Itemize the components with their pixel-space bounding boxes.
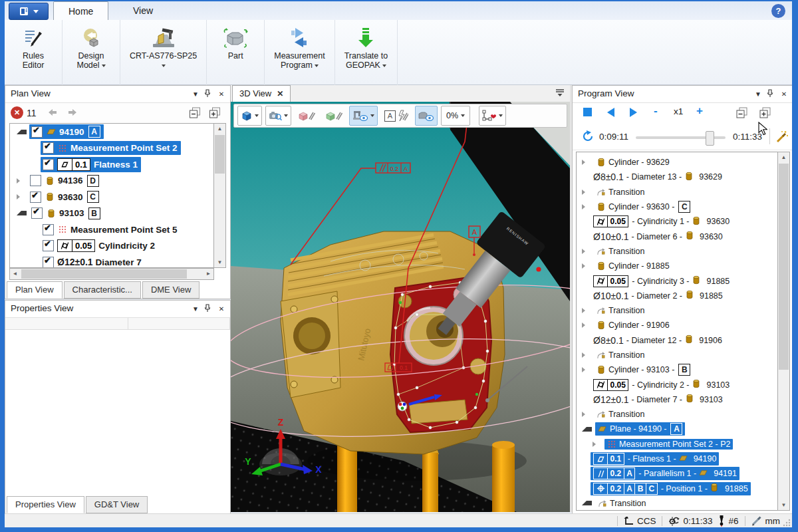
magic-wand-icon[interactable] — [775, 130, 788, 143]
row-checkbox[interactable] — [30, 175, 41, 186]
tree-expander-icon[interactable] — [17, 194, 25, 200]
tree-expander-icon[interactable] — [17, 130, 27, 134]
tab-properties-view[interactable]: Properties View — [7, 496, 84, 513]
view-capture-button[interactable] — [265, 106, 291, 126]
program-tree-row[interactable]: Cylinder - 91885 — [577, 259, 777, 273]
tab-3d-view[interactable]: 3D View ✕ — [232, 85, 291, 102]
collapse-all-icon[interactable] — [189, 107, 202, 119]
program-tree-row[interactable]: Ø10±0.1- Diameter 2 -91885 — [577, 289, 777, 303]
speed-minus-button[interactable]: - — [654, 104, 658, 118]
tree-expander-icon[interactable] — [582, 249, 591, 254]
units-indicator[interactable]: mm — [751, 516, 781, 526]
plan-tree-row[interactable]: 0.05Cylindricity 2 — [10, 238, 214, 255]
tab-plan-view[interactable]: Plan View — [7, 281, 63, 299]
tab-characteristic-[interactable]: Characteristic... — [64, 281, 141, 299]
pin-icon[interactable] — [203, 89, 214, 100]
stop-button[interactable] — [583, 108, 592, 116]
ribbon-tab-view[interactable]: View — [118, 1, 168, 20]
nav-forward-icon[interactable] — [68, 108, 77, 116]
plan-tree-row[interactable]: 93103B — [10, 205, 214, 222]
overflow-menu-icon[interactable] — [555, 88, 565, 97]
speed-plus-button[interactable]: + — [696, 104, 703, 118]
replay-icon[interactable] — [582, 130, 594, 142]
panel-menu-icon[interactable]: ▼ — [190, 89, 201, 100]
program-tree-row[interactable]: Cylinder - 93629 — [577, 155, 777, 170]
resize-grip[interactable] — [783, 519, 791, 527]
program-tree-row[interactable]: 0.05- Cylindricity 2 -93103 — [577, 377, 777, 392]
program-tree-row[interactable]: 0.2A- Parallelism 1 -94191 — [577, 466, 777, 481]
toggle-cad-green-button[interactable] — [322, 106, 346, 126]
tree-expander-icon[interactable] — [582, 308, 591, 313]
program-tree-row[interactable]: Measurement Point Set 2 - P2 — [577, 437, 777, 452]
expand-all-icon[interactable] — [209, 107, 222, 119]
plan-tree-row[interactable]: 0.1Flatness 1 — [10, 156, 214, 173]
coordinate-system-indicator[interactable]: CCS — [624, 516, 656, 526]
row-checkbox[interactable] — [43, 224, 54, 235]
panel-menu-icon[interactable]: ▼ — [190, 304, 201, 315]
plan-tree-vscrollbar[interactable]: ▲▼ — [213, 123, 226, 268]
design-model-button[interactable]: DesignModel — [69, 24, 113, 70]
tree-expander-icon[interactable] — [582, 263, 591, 269]
nav-back-icon[interactable] — [48, 108, 57, 116]
3d-viewport[interactable]: Mitutoyo — [231, 102, 570, 512]
toggle-machine-visibility-button[interactable] — [349, 106, 378, 126]
program-tree-row[interactable]: 0.05- Cylindricity 3 -91885 — [577, 273, 777, 288]
program-tree-vscrollbar[interactable]: ▲▼ — [777, 152, 790, 511]
pin-icon[interactable] — [766, 89, 777, 100]
program-tree-row[interactable]: Ø8±0.1- Diameter 13 -93629 — [577, 170, 777, 184]
play-button[interactable] — [630, 108, 637, 117]
program-tree-row[interactable]: Ø8±0.1- Diameter 12 -91906 — [577, 333, 777, 348]
translate-geopak-button[interactable]: Translate toGEOPAK — [342, 24, 391, 70]
part-placement-button[interactable]: Part — [213, 24, 257, 61]
close-icon[interactable]: ✕ — [216, 304, 227, 315]
close-icon[interactable]: ✕ — [277, 86, 283, 102]
playback-slider-thumb[interactable] — [706, 131, 714, 146]
close-icon[interactable]: ✕ — [216, 89, 227, 100]
program-tree-row[interactable]: Cylinder - 93103 -B — [577, 362, 777, 377]
help-button[interactable]: ? — [771, 4, 785, 18]
tree-expander-icon[interactable] — [582, 412, 591, 417]
app-menu-button[interactable] — [9, 3, 49, 20]
tree-expander-icon[interactable] — [582, 367, 591, 372]
plan-tree-row[interactable]: 94136D — [10, 173, 214, 190]
program-tree-row[interactable]: Cylinder - 91906 — [577, 318, 777, 332]
tab-dme-view[interactable]: DME View — [142, 281, 200, 299]
panel-menu-icon[interactable]: ▼ — [753, 89, 763, 100]
probe-indicator[interactable]: #6 — [718, 515, 738, 527]
row-checkbox[interactable] — [43, 142, 54, 154]
tree-expander-icon[interactable] — [582, 190, 591, 195]
plan-tree-row[interactable]: 94190A — [10, 124, 214, 140]
step-back-button[interactable] — [607, 108, 614, 117]
transparency-dropdown[interactable]: 0% — [441, 106, 470, 126]
tree-expander-icon[interactable] — [17, 211, 27, 215]
plan-tree-row[interactable]: 93630C — [10, 189, 214, 205]
program-tree-row[interactable]: Transition — [577, 348, 777, 362]
row-checkbox[interactable] — [31, 126, 43, 138]
expand-all-icon[interactable] — [759, 107, 772, 119]
row-checkbox[interactable] — [43, 240, 54, 251]
program-tree-row[interactable]: Cylinder - 93630 -C — [577, 200, 777, 214]
program-tree-row[interactable]: Transition — [577, 407, 777, 422]
playback-slider-track[interactable] — [636, 136, 726, 139]
cmm-machine-button[interactable]: CRT-AS776-SP25 — [127, 24, 200, 70]
plan-tree-row[interactable]: Measurement Point Set 5 — [10, 221, 214, 238]
plan-tree-row[interactable]: Measurement Point Set 2 — [10, 140, 214, 157]
pin-icon[interactable] — [203, 304, 214, 315]
program-tree-row[interactable]: Transition — [577, 303, 777, 318]
toggle-cad-red-button[interactable] — [295, 106, 319, 126]
row-checkbox[interactable] — [43, 257, 54, 268]
ribbon-tab-home[interactable]: Home — [53, 1, 108, 21]
plan-tree-hscrollbar[interactable]: ◄► — [9, 268, 214, 280]
toggle-part-visibility-button[interactable] — [415, 106, 438, 126]
tree-expander-icon[interactable] — [582, 427, 592, 432]
program-tree-row[interactable]: Transition — [577, 185, 777, 200]
program-tree-row[interactable]: Ø10±0.1- Diameter 6 -93630 — [577, 229, 777, 243]
row-checkbox[interactable] — [30, 192, 41, 203]
row-checkbox[interactable] — [31, 207, 43, 219]
cycle-time-indicator[interactable]: 0:11:33 — [668, 516, 712, 526]
tree-expander-icon[interactable] — [582, 323, 591, 328]
program-tree-row[interactable]: Plane - 94190 -A — [577, 422, 777, 436]
measurement-program-button[interactable]: MeasurementProgram — [271, 24, 327, 70]
collapse-all-icon[interactable] — [736, 107, 749, 119]
tree-expander-icon[interactable] — [582, 204, 591, 209]
